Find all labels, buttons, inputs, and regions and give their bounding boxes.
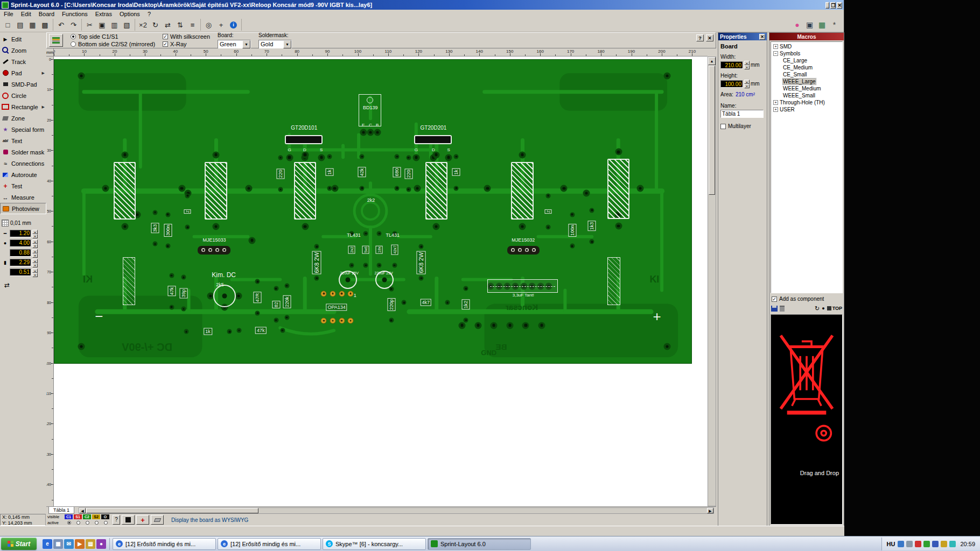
tool-text[interactable]: Text — [0, 135, 46, 146]
tree-expander-icon[interactable]: + — [773, 100, 778, 105]
macro-preview[interactable]: Drag and Drop — [771, 314, 843, 525]
checkbox-xray[interactable]: X-Ray — [163, 41, 210, 47]
macro-item-ce-medium[interactable]: CE_Medium — [771, 64, 842, 71]
add-element-button[interactable]: + — [215, 19, 227, 31]
macro-side-toggle[interactable]: TOP — [827, 306, 842, 311]
vertical-scrollbar[interactable]: ▲ — [708, 56, 716, 506]
copy-button[interactable]: ▣ — [96, 19, 108, 31]
tool-measure[interactable]: Measure — [0, 192, 46, 203]
size-preset-stepper[interactable]: ▴▾ — [32, 239, 38, 248]
info-button[interactable]: i — [227, 19, 240, 31]
new-button[interactable]: □ — [2, 19, 14, 31]
macro-item-ce-large[interactable]: CE_Large — [771, 57, 842, 64]
tool-autoroute[interactable]: Autoroute — [0, 169, 46, 180]
horizontal-scrollbar[interactable]: ◀ ▶ — [79, 507, 714, 514]
size-preset-stepper[interactable]: ▴▾ — [32, 249, 38, 257]
save-button[interactable]: ▦ — [26, 19, 39, 31]
tray-update-icon[interactable] — [923, 541, 930, 547]
checkbox-with-silkscreen[interactable]: With silkscreen — [163, 33, 210, 40]
board-color-select[interactable]: Green▼ — [218, 40, 251, 49]
size-preset-value-4[interactable]: 0.51 — [10, 269, 31, 276]
tool-track[interactable]: Track — [0, 56, 46, 67]
drag-export-button[interactable]: ▦ — [816, 19, 828, 31]
quick-launch-folder-icon[interactable]: ▤ — [86, 539, 95, 549]
tool-pad[interactable]: Pad▶ — [0, 67, 46, 79]
board-height-input[interactable]: 100.00 — [720, 80, 743, 88]
macro-item-through-hole-th[interactable]: +Through-Hole (TH) — [771, 99, 842, 106]
menu-functions[interactable]: Functions — [58, 11, 92, 17]
task-button-12-er-s-t-mindig-s-mi[interactable]: e[12] Erősítő mindig és mi... — [113, 538, 216, 550]
size-preset-value-2[interactable]: 0.88 — [10, 249, 31, 257]
board-name-input[interactable] — [720, 110, 764, 118]
titlebar[interactable]: Sprint-Layout 6.0 - [C:\Users\Koncsar Ir… — [0, 0, 844, 10]
tool-zoom[interactable]: Zoom — [0, 45, 46, 56]
layer-chip-c2[interactable]: C2 — [83, 514, 91, 519]
redo-button[interactable]: ↷ — [67, 19, 80, 31]
layer-active-radio-s2[interactable] — [95, 521, 99, 525]
macro-item-weee-small[interactable]: WEEE_Small — [771, 92, 842, 99]
scale-x2-button[interactable]: ×2 — [137, 19, 149, 31]
close-button[interactable]: ✕ — [837, 2, 842, 9]
menu-file[interactable]: File — [0, 11, 17, 17]
size-preset-stepper[interactable]: ▴▾ — [32, 269, 38, 277]
print-button[interactable]: ▩ — [39, 19, 51, 31]
tool-flyout-icon[interactable]: ▶ — [42, 71, 45, 75]
chevron-down-icon[interactable]: ▼ — [283, 40, 291, 48]
task-button-sprint-layout-6-0[interactable]: Sprint-Layout 6.0 — [428, 538, 531, 550]
quick-launch-browser-icon[interactable]: e — [43, 539, 52, 549]
macro-item-symbols[interactable]: −Symbols — [771, 50, 842, 57]
tool-special-form[interactable]: Special form — [0, 124, 46, 135]
size-preset-stepper[interactable]: ▴▾ — [32, 259, 38, 267]
checkbox-with-silkscreen-icon[interactable] — [163, 34, 168, 39]
task-button-skype-6-koncsargy[interactable]: SSkype™ [6] - koncsargy... — [323, 538, 426, 550]
layer-chip-o[interactable]: O — [101, 514, 109, 519]
tool-circle[interactable]: Circle — [0, 90, 46, 101]
macro-item-user[interactable]: +USER — [771, 106, 842, 113]
photo-mode-button[interactable]: ● — [791, 19, 803, 31]
macro-pad-icon[interactable]: ● — [822, 306, 824, 311]
mirror-horizontal-button[interactable]: ⇄ — [162, 19, 174, 31]
toolbar-settings-button[interactable]: * — [828, 19, 841, 31]
eraser-button[interactable] — [151, 515, 164, 525]
maximize-button[interactable]: ❐ — [830, 2, 836, 9]
scroll-left-icon[interactable]: ◀ — [79, 508, 86, 513]
rotate-button[interactable]: ↻ — [149, 19, 162, 31]
multilayer-checkbox-icon[interactable] — [720, 124, 726, 129]
layer-chip-c1[interactable]: C1 — [65, 514, 73, 519]
quick-launch-mail-icon[interactable]: ✉ — [64, 539, 74, 549]
layer-active-radio-s1[interactable] — [76, 521, 80, 525]
tool-solder-mask[interactable]: Solder mask — [0, 146, 46, 158]
tool-flyout-icon[interactable]: ▶ — [42, 105, 45, 109]
tree-expander-icon[interactable]: − — [773, 51, 778, 56]
menu-board[interactable]: Board — [35, 11, 58, 17]
size-preset-value-1[interactable]: 4.00 — [10, 239, 31, 247]
layer-active-radio-c2[interactable] — [86, 521, 89, 525]
macro-item-smd[interactable]: +SMD — [771, 43, 842, 50]
layer-active-radio-o[interactable] — [104, 521, 108, 525]
add-as-component-checkbox-icon[interactable] — [772, 296, 777, 302]
radio-top-side-icon[interactable] — [71, 34, 76, 39]
tray-flag-icon[interactable] — [898, 541, 904, 547]
radio-top-side[interactable]: Top side C1/S1 — [71, 33, 155, 40]
macro-refresh-icon[interactable]: ↻ — [815, 305, 820, 312]
tool-edit[interactable]: Edit — [0, 33, 46, 45]
tool-photoview[interactable]: Photoview — [0, 203, 46, 214]
macro-item-weee-large[interactable]: WEEE_Large — [771, 78, 842, 85]
tree-expander-icon[interactable]: + — [773, 107, 778, 112]
size-preset-value-3[interactable]: 2.29 — [10, 259, 31, 266]
tool-test[interactable]: Test — [0, 180, 46, 192]
layer-help-button[interactable]: ? — [113, 515, 120, 525]
menu-help[interactable]: ? — [144, 11, 155, 17]
quick-launch-desktop-icon[interactable]: ▦ — [53, 539, 63, 549]
mirror-vertical-button[interactable]: ⇅ — [174, 19, 186, 31]
add-as-component-row[interactable]: Add as component — [772, 296, 824, 302]
undo-button[interactable]: ↶ — [55, 19, 67, 31]
tray-network-icon[interactable] — [932, 541, 939, 547]
layer-chip-s2[interactable]: S2 — [92, 514, 100, 519]
start-button[interactable]: Start — [1, 538, 37, 550]
align-button[interactable]: ≡ — [186, 19, 199, 31]
layer-chip-s1[interactable]: S1 — [74, 514, 82, 519]
soldermask-color-select[interactable]: Gold▼ — [258, 40, 292, 49]
options-help-button[interactable]: ? — [696, 34, 704, 41]
checkbox-xray-icon[interactable] — [163, 41, 168, 47]
